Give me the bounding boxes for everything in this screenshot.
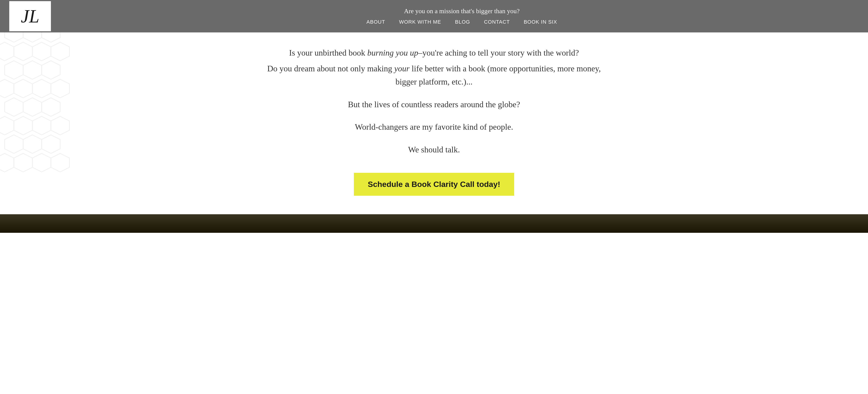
nav-link-work-with-me[interactable]: WORK WITH ME [399,19,441,25]
svg-marker-5 [32,42,51,61]
svg-marker-0 [5,32,23,42]
line1-prefix: Is your unbirthed book [289,48,367,57]
svg-marker-15 [23,98,42,116]
line-we-should-talk: We should talk. [260,143,608,157]
nav-link-blog[interactable]: BLOG [455,19,470,25]
svg-marker-3 [0,42,14,61]
nav-item-book-in-six[interactable]: BOOK IN SIX [524,19,557,25]
nav-item-work-with-me[interactable]: WORK WITH ME [399,19,441,25]
svg-marker-23 [42,135,60,153]
nav-links-list: ABOUT WORK WITH ME BLOG CONTACT BOOK IN … [367,19,557,25]
svg-marker-16 [42,98,60,116]
main-content: Is your unbirthed book burning you up–yo… [0,32,868,214]
site-header: JL Are you on a mission that's bigger th… [0,0,868,32]
line-unbirthed-book: Is your unbirthed book burning you up–yo… [260,46,608,60]
svg-marker-27 [51,153,69,172]
svg-marker-8 [23,61,42,79]
svg-marker-11 [14,79,32,98]
svg-marker-14 [5,98,23,116]
nav-tagline: Are you on a mission that's bigger than … [404,7,520,15]
svg-marker-19 [32,116,51,135]
cta-container: Schedule a Book Clarity Call today! [260,166,608,196]
svg-marker-26 [32,153,51,172]
svg-marker-18 [14,116,32,135]
line1-suffix: –you're aching to tell your story with t… [418,48,579,57]
svg-marker-1 [23,32,42,42]
svg-marker-6 [51,42,69,61]
line-dream: Do you dream about not only making your … [260,62,608,89]
line2-prefix: Do you dream about not only making [267,64,394,73]
svg-marker-12 [32,79,51,98]
svg-marker-4 [14,42,32,61]
line2-suffix: life better with a book (more opportunit… [396,64,601,87]
svg-marker-17 [0,116,14,135]
nav-link-contact[interactable]: CONTACT [484,19,510,25]
line2-italic: your [394,64,410,73]
content-body: Is your unbirthed book burning you up–yo… [214,32,654,214]
hex-background [0,32,79,214]
line1-italic: burning you up [367,48,418,57]
line-world-changers: World-changers are my favorite kind of p… [260,120,608,134]
main-nav: Are you on a mission that's bigger than … [51,7,859,25]
nav-link-book-in-six[interactable]: BOOK IN SIX [524,19,557,25]
svg-marker-20 [51,116,69,135]
svg-marker-22 [23,135,42,153]
bottom-section [0,214,868,233]
svg-marker-9 [42,61,60,79]
svg-marker-25 [14,153,32,172]
line-readers: But the lives of countless readers aroun… [260,98,608,111]
logo-container: JL [9,1,51,31]
svg-marker-10 [0,79,14,98]
nav-link-about[interactable]: ABOUT [367,19,385,25]
svg-marker-7 [5,61,23,79]
nav-item-about[interactable]: ABOUT [367,19,385,25]
logo: JL [21,7,39,26]
nav-item-contact[interactable]: CONTACT [484,19,510,25]
svg-marker-21 [5,135,23,153]
svg-marker-2 [42,32,60,42]
nav-item-blog[interactable]: BLOG [455,19,470,25]
svg-marker-13 [51,79,69,98]
schedule-call-button[interactable]: Schedule a Book Clarity Call today! [354,173,514,196]
svg-marker-24 [0,153,14,172]
